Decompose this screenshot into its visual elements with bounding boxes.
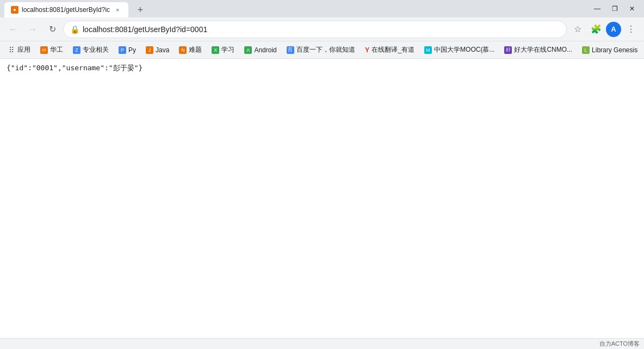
- title-bar: ● localhost:8081/getUserById?ic × + — ❐ …: [0, 0, 644, 17]
- mooc-icon: M: [424, 46, 432, 54]
- bookmark-zhuanye-label: 专业相关: [83, 45, 109, 54]
- bookmarks-bar: ⠿ 应用 H 华工 Z 专业相关 P Py J Java N 难题 X 学习 A: [0, 41, 644, 59]
- bookmark-huagong-label: 华工: [50, 45, 63, 54]
- star-button[interactable]: ☆: [569, 21, 586, 38]
- bookmark-py[interactable]: P Py: [114, 44, 140, 56]
- nav-actions: ☆ 🧩 A ⋮: [569, 21, 640, 38]
- back-button[interactable]: ←: [4, 21, 22, 38]
- status-bar: 自力ACTO博客: [0, 338, 644, 349]
- android-icon: A: [244, 46, 252, 54]
- bookmark-libgen[interactable]: L Library Genesis: [578, 44, 642, 56]
- menu-button[interactable]: ⋮: [622, 21, 640, 38]
- forward-button[interactable]: →: [24, 21, 41, 38]
- bookmark-mooc-label: 中国大学MOOC(慕...: [434, 45, 494, 54]
- bookmark-java-label: Java: [156, 46, 169, 54]
- nav-bar: ← → ↻ 🔒 ☆ 🧩 A ⋮: [0, 17, 644, 41]
- haodaxue-icon: 好: [504, 46, 512, 54]
- bookmark-zhuanye[interactable]: Z 专业相关: [69, 43, 113, 57]
- tab-favicon: ●: [11, 6, 18, 14]
- browser-window: ● localhost:8081/getUserById?ic × + — ❐ …: [0, 0, 644, 349]
- bookmark-baidu[interactable]: 百 百度一下，你就知道: [282, 43, 360, 57]
- bookmark-xuexi[interactable]: X 学习: [207, 43, 239, 57]
- bookmark-haodaxue[interactable]: 好 好大学在线CNMO...: [500, 43, 577, 57]
- tab-close-button[interactable]: ×: [113, 5, 122, 14]
- bookmark-youdao[interactable]: Y 在线翻译_有道: [361, 43, 419, 57]
- bookmark-libgen-label: Library Genesis: [592, 46, 637, 54]
- huagong-icon: H: [40, 46, 48, 54]
- browser-tab[interactable]: ● localhost:8081/getUserById?ic ×: [4, 2, 128, 17]
- bookmark-apps-label: 应用: [17, 45, 30, 54]
- status-text: 自力ACTO博客: [599, 340, 640, 348]
- extensions-button[interactable]: 🧩: [587, 21, 605, 38]
- lock-icon: 🔒: [70, 25, 79, 34]
- baidu-icon: 百: [287, 46, 294, 54]
- window-controls: — ❐ ✕: [590, 1, 640, 16]
- java-icon: J: [146, 46, 153, 54]
- youdao-icon: Y: [365, 46, 370, 54]
- maximize-button[interactable]: ❐: [607, 1, 622, 16]
- close-button[interactable]: ✕: [624, 1, 640, 16]
- bookmark-android[interactable]: A Android: [240, 44, 281, 56]
- address-input[interactable]: [83, 25, 562, 34]
- bookmark-java[interactable]: J Java: [141, 44, 174, 56]
- bookmark-youdao-label: 在线翻译_有道: [371, 45, 414, 54]
- bookmark-android-label: Android: [254, 46, 276, 54]
- bookmark-mooc[interactable]: M 中国大学MOOC(慕...: [420, 43, 499, 57]
- libgen-icon: L: [582, 46, 590, 54]
- new-tab-button[interactable]: +: [133, 2, 148, 17]
- bookmark-nanti[interactable]: N 难题: [175, 43, 206, 57]
- profile-button[interactable]: A: [606, 22, 621, 37]
- bookmark-baidu-label: 百度一下，你就知道: [296, 45, 355, 54]
- tab-title: localhost:8081/getUserById?ic: [22, 6, 110, 14]
- refresh-button[interactable]: ↻: [44, 21, 61, 38]
- bookmark-xuexi-label: 学习: [221, 45, 234, 54]
- xuexi-icon: X: [212, 46, 219, 54]
- bookmark-nanti-label: 难题: [189, 45, 202, 54]
- address-bar-container: 🔒: [63, 21, 567, 38]
- zhuanye-icon: Z: [73, 46, 81, 54]
- bookmark-py-label: Py: [128, 46, 136, 54]
- minimize-button[interactable]: —: [590, 1, 605, 16]
- bookmark-apps[interactable]: ⠿ 应用: [3, 43, 35, 57]
- bookmark-haodaxue-label: 好大学在线CNMO...: [514, 45, 572, 54]
- bookmark-huagong[interactable]: H 华工: [36, 43, 67, 57]
- apps-icon: ⠿: [8, 46, 15, 54]
- nanti-icon: N: [179, 46, 187, 54]
- json-output: {"id":"0001","username":"彭于晏"}: [7, 63, 637, 73]
- py-icon: P: [119, 46, 126, 54]
- content-area: {"id":"0001","username":"彭于晏"}: [0, 59, 644, 338]
